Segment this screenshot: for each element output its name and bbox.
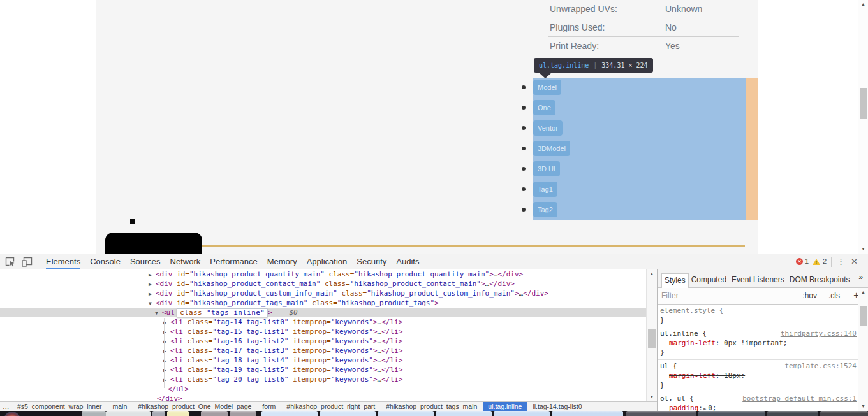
sidebar-tab-styles[interactable]: Styles	[661, 273, 689, 288]
style-rule: ul.inline {thirdparty.css:140margin-left…	[658, 327, 858, 360]
tree-row[interactable]: </ul>	[0, 384, 646, 394]
breadcrumb-item[interactable]: form	[257, 402, 281, 411]
inspect-element-icon[interactable]	[5, 257, 15, 267]
css-property[interactable]: margin-left: 0px !important;	[658, 338, 858, 348]
tree-scroll-down-icon[interactable]: ▼	[647, 392, 657, 401]
sidebar-more-tabs-icon[interactable]: »	[858, 273, 863, 282]
tag-chip[interactable]: 3D UI	[533, 161, 560, 176]
tree-scroll-up-icon[interactable]: ▲	[647, 269, 657, 278]
taskbar-button[interactable]	[820, 411, 868, 416]
sidebar-tab-event-listeners[interactable]: Event Listeners	[729, 273, 787, 288]
devtools-tab-sources[interactable]: Sources	[130, 254, 161, 269]
windows-taskbar[interactable]	[0, 411, 868, 416]
stylesheet-link[interactable]: thirdparty.css:140	[781, 329, 857, 338]
taskbar-button[interactable]	[494, 411, 550, 416]
tree-row[interactable]: ▶<li class="tag-17 tag-list3" itemprop="…	[0, 346, 646, 355]
tag-chip[interactable]: Ventor	[533, 120, 563, 136]
tree-row[interactable]: ▼<div id="hikashop_product_tags_main" cl…	[0, 298, 646, 308]
styles-rules: element.style {}ul.inline {thirdparty.cs…	[658, 305, 858, 415]
tree-row[interactable]: ▶<li class="tag-18 tag-list4" itemprop="…	[0, 355, 646, 365]
devtools-tab-performance[interactable]: Performance	[210, 254, 257, 269]
taskbar-button[interactable]	[261, 411, 318, 416]
sidebar-tab-computed[interactable]: Computed	[689, 273, 729, 288]
stylesheet-link[interactable]: template.css:1524	[784, 361, 857, 371]
taskbar-button[interactable]	[626, 411, 696, 416]
disclosure-arrow-icon[interactable]: ▶	[149, 280, 156, 289]
toggle-hov-button[interactable]: :hov	[802, 291, 817, 300]
taskbar-button[interactable]	[106, 411, 151, 416]
taskbar-button[interactable]	[320, 411, 376, 416]
inspect-tooltip-dimensions: 334.31 × 224	[601, 62, 647, 69]
tree-row[interactable]: ▶<li class="tag-20 tag-list6" itemprop="…	[0, 375, 646, 384]
attribute-edit-box[interactable]: class="tags inline"	[177, 308, 268, 317]
breadcrumb-item[interactable]: ul.tag.inline	[483, 402, 527, 411]
taskbar-button[interactable]	[378, 411, 434, 416]
disclosure-arrow-icon[interactable]: ▼	[155, 308, 162, 318]
tag-chip[interactable]: Model	[533, 80, 561, 95]
breadcrumb-item[interactable]: #hikashop_product_tags_main	[381, 402, 483, 411]
tree-row[interactable]: ▶<div id="hikashop_product_custom_info_m…	[0, 289, 646, 298]
tree-row[interactable]: ▶<div id="hikashop_product_contact_main"…	[0, 279, 646, 289]
stylesheet-link[interactable]: bootstrap-default-min.css:1	[742, 394, 857, 403]
device-toolbar-icon[interactable]	[22, 257, 33, 267]
devtools-close-icon[interactable]: ✕	[851, 254, 858, 269]
breadcrumb-item[interactable]: main	[107, 402, 133, 411]
tag-chip[interactable]: Tag1	[533, 182, 557, 197]
devtools-tab-application[interactable]: Application	[307, 254, 348, 269]
taskbar-button[interactable]	[552, 411, 623, 416]
breadcrumb-item[interactable]: #s5_component_wrap_inner	[12, 402, 108, 411]
devtools-tab-elements[interactable]: Elements	[46, 254, 80, 269]
page-scrollbar[interactable]: ▲ ▼	[858, 0, 868, 254]
tree-scrollbar[interactable]: ▲ ▼	[646, 269, 657, 401]
taskbar-button[interactable]	[767, 411, 818, 416]
kebab-menu-icon[interactable]: ⋮	[837, 254, 845, 269]
start-orb[interactable]	[4, 412, 20, 416]
styles-scrollbar[interactable]: ▲ ▼	[858, 288, 868, 411]
sidebar-tab-dom-breakpoints[interactable]: DOM Breakpoints	[787, 273, 853, 288]
breadcrumb-item[interactable]: …	[0, 402, 12, 411]
devtools-tab-security[interactable]: Security	[357, 254, 386, 269]
toggle-cls-button[interactable]: .cls	[828, 291, 840, 300]
tree-scrollbar-thumb[interactable]	[648, 329, 656, 348]
breadcrumb-item[interactable]: #hikashop_product_right_part	[281, 402, 381, 411]
scroll-down-icon[interactable]: ▼	[858, 245, 868, 254]
scroll-up-icon[interactable]: ▲	[858, 0, 868, 9]
taskbar-button[interactable]	[82, 411, 106, 416]
styles-scrollbar-thumb[interactable]	[860, 306, 867, 326]
tree-row[interactable]: ▶<li class="tag-16 tag-list2" itemprop="…	[0, 336, 646, 346]
styles-scroll-down-icon[interactable]: ▼	[858, 402, 868, 411]
error-count[interactable]: 1	[805, 254, 809, 269]
taskbar-button[interactable]	[167, 411, 189, 416]
breadcrumb-item[interactable]: #hikashop_product_One_Model_page	[133, 402, 257, 411]
tag-chip[interactable]: One	[533, 100, 555, 115]
info-value: Unknown	[665, 4, 702, 14]
disclosure-arrow-icon[interactable]: ▶	[149, 289, 156, 299]
devtools-tab-console[interactable]: Console	[90, 254, 121, 269]
devtools-tab-network[interactable]: Network	[170, 254, 201, 269]
taskbar-button[interactable]	[152, 411, 165, 416]
tree-row[interactable]: </div>	[0, 394, 646, 401]
tree-row[interactable]: ▶<li class="tag-19 tag-list5" itemprop="…	[0, 365, 646, 375]
disclosure-arrow-icon[interactable]: ▶	[149, 270, 156, 280]
warning-count[interactable]: 2	[823, 254, 827, 269]
disclosure-arrow-icon[interactable]: ▼	[149, 299, 156, 308]
error-icon[interactable]: ✕	[796, 258, 803, 265]
page-dashed-border-overlay	[533, 220, 758, 220]
page-scrollbar-thumb[interactable]	[860, 88, 867, 119]
taskbar-button[interactable]	[698, 411, 765, 416]
devtools-tab-memory[interactable]: Memory	[267, 254, 297, 269]
taskbar-button[interactable]	[201, 411, 228, 416]
devtools-tab-audits[interactable]: Audits	[396, 254, 419, 269]
styles-filter-input[interactable]: Filter	[661, 291, 679, 300]
styles-scroll-up-icon[interactable]: ▲	[858, 288, 868, 297]
tag-chip[interactable]: Tag2	[533, 202, 557, 217]
tree-row[interactable]: ▶<li class="tag-14 tag-list0" itemprop="…	[0, 317, 646, 327]
tree-row[interactable]: ▶<li class="tag-15 tag-list1" itemprop="…	[0, 327, 646, 336]
taskbar-button[interactable]	[436, 411, 492, 416]
tree-row[interactable]: ▼<ulclass="tags inline"> == $0	[0, 308, 646, 317]
tree-row[interactable]: ▶<div id="hikashop_product_quantity_main…	[0, 269, 646, 279]
taskbar-button[interactable]	[230, 411, 256, 416]
css-property[interactable]: margin-left: 18px;	[658, 371, 858, 380]
tag-chip[interactable]: 3DModel	[533, 141, 570, 156]
breadcrumb-item[interactable]: li.tag-14.tag-list0	[527, 402, 587, 411]
